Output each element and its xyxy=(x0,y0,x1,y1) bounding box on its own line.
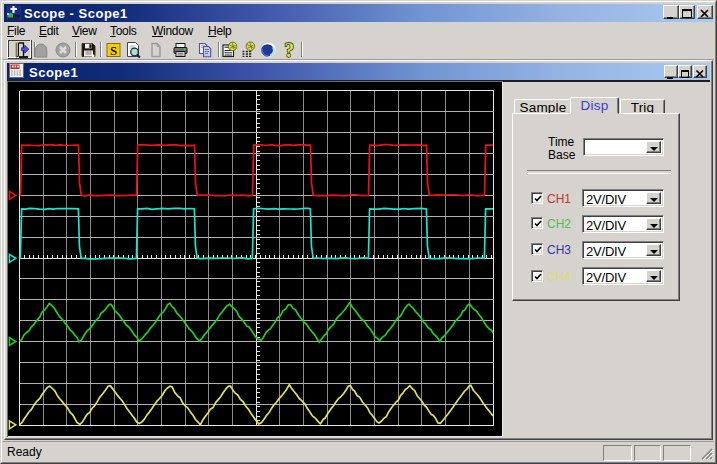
svg-text:S: S xyxy=(110,43,117,58)
svg-text:?: ? xyxy=(284,40,294,60)
